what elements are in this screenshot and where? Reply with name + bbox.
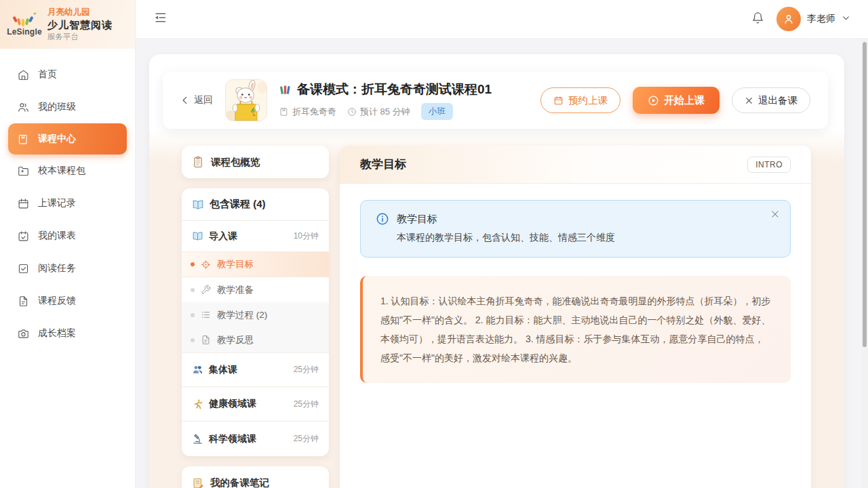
- check-square-icon: [18, 263, 29, 274]
- sidebar-collapse-button[interactable]: [153, 11, 167, 27]
- included-courses-header: 包含课程 (4): [182, 188, 329, 221]
- topbar-right: 李老师: [751, 7, 850, 31]
- user-name: 李老师: [807, 13, 835, 25]
- calendar-icon: [553, 96, 564, 106]
- section-label: 教学过程 (2): [217, 309, 267, 321]
- section-detail-panel: 教学目标 INTRO 教学目标 本课程的教学目标，包含认知、技能、情感三个维度: [340, 146, 811, 488]
- sidebar-item-my-schedule[interactable]: 我的课表: [0, 220, 135, 252]
- main-container: 返回: [149, 54, 844, 488]
- lesson-name: 健康领域课: [209, 398, 256, 410]
- info-alert: 教学目标 本课程的教学目标，包含认知、技能、情感三个维度: [360, 200, 791, 258]
- chevron-left-icon: [180, 96, 190, 105]
- sidebar-item-reading-tasks[interactable]: 阅读任务: [0, 252, 135, 285]
- class-size-badge: 小班: [421, 103, 453, 120]
- duration-meta: 预计 85 分钟: [347, 106, 410, 118]
- group-people-icon: [192, 364, 203, 375]
- calendar-check-icon: [18, 230, 29, 242]
- sidebar-item-course-feedback[interactable]: 课程反馈: [0, 285, 135, 317]
- info-icon: [376, 212, 389, 226]
- open-book-icon: [192, 230, 203, 242]
- document-icon: [279, 107, 289, 117]
- reserve-class-button[interactable]: 预约上课: [540, 87, 620, 113]
- section-teaching-reflection[interactable]: 教学反思: [182, 327, 329, 352]
- clipboard-icon: [192, 156, 204, 168]
- lesson-row-group[interactable]: 集体课 25分钟: [182, 352, 329, 387]
- lesson-duration: 25分钟: [294, 364, 319, 375]
- sidebar-item-label: 阅读任务: [38, 262, 76, 274]
- runner-icon: [192, 399, 203, 410]
- user-icon: [783, 13, 795, 25]
- sidebar-item-home[interactable]: 首页: [0, 58, 135, 91]
- chevron-down-icon: [842, 13, 850, 25]
- section-teaching-goals[interactable]: 教学目标: [182, 252, 329, 277]
- user-menu[interactable]: 李老师: [776, 7, 850, 31]
- reserve-label: 预约上课: [568, 94, 608, 107]
- course-meta: 折耳兔奇奇 预计 85 分钟 小班: [279, 103, 492, 120]
- sidebar-item-school-packages[interactable]: 校本课程包: [0, 155, 135, 187]
- intro-badge: INTRO: [747, 157, 791, 173]
- camera-icon: [18, 328, 29, 340]
- start-class-button[interactable]: 开始上课: [633, 87, 719, 114]
- sidebar-item-my-classes[interactable]: 我的班级: [0, 91, 135, 123]
- file-icon: [201, 335, 211, 345]
- alert-title: 教学目标: [397, 213, 437, 226]
- window-scrollbar[interactable]: [861, 39, 868, 488]
- bell-icon: [751, 12, 764, 24]
- start-label: 开始上课: [664, 94, 705, 107]
- menu-fold-icon: [153, 11, 167, 24]
- sidebar-item-label: 课程中心: [38, 133, 76, 145]
- course-title-text: 备课模式：折耳兔奇奇测试课程01: [297, 81, 492, 98]
- included-courses-card: 包含课程 (4) 导入课 10分钟 教学目标: [182, 188, 329, 456]
- play-circle-icon: [648, 95, 659, 106]
- exit-label: 退出备课: [758, 94, 797, 107]
- section-teaching-process[interactable]: 教学过程 (2): [182, 302, 329, 327]
- sidebar-item-growth-archive[interactable]: 成长档案: [0, 317, 135, 350]
- close-icon: [745, 96, 753, 105]
- school-name: 月亮幼儿园: [47, 7, 113, 18]
- lesson-duration: 25分钟: [294, 399, 319, 410]
- lesson-row-health[interactable]: 健康领域课 25分钟: [182, 387, 329, 422]
- sidebar-item-label: 上课记录: [38, 197, 76, 209]
- books-icon: [279, 83, 292, 96]
- alert-close-button[interactable]: [770, 209, 780, 222]
- section-teaching-prep[interactable]: 教学准备: [182, 277, 329, 302]
- course-header-card: 返回: [163, 72, 828, 129]
- folder-plus-icon: [18, 165, 29, 177]
- back-button[interactable]: 返回: [180, 94, 213, 106]
- rabbit-illustration: [226, 80, 267, 121]
- section-label: 教学准备: [217, 284, 254, 296]
- microscope-icon: [192, 433, 203, 445]
- package-overview-card[interactable]: 课程包概览: [182, 146, 329, 178]
- scrollbar-thumb[interactable]: [863, 42, 867, 347]
- sidebar-item-class-records[interactable]: 上课记录: [0, 187, 135, 220]
- left-column: 课程包概览 包含课程 (4) 导入课 10分钟: [182, 146, 329, 488]
- alert-head: 教学目标: [376, 212, 775, 226]
- section-label: 教学反思: [217, 334, 254, 346]
- brand-text: 月亮幼儿园 少儿智慧阅读 服务平台: [47, 7, 113, 43]
- lesson-row-intro[interactable]: 导入课 10分钟: [182, 221, 329, 252]
- clock-icon: [347, 107, 357, 117]
- users-icon: [18, 102, 29, 113]
- sidebar-item-label: 首页: [38, 68, 57, 81]
- sidebar-item-label: 课程反馈: [38, 295, 76, 307]
- lesson-row-science[interactable]: 科学领域课 25分钟: [182, 422, 329, 456]
- wrench-icon: [201, 285, 211, 295]
- bullet-dot: [191, 338, 195, 342]
- content-area: 课程包概览 包含课程 (4) 导入课 10分钟: [163, 146, 828, 488]
- bullet-dot: [191, 313, 195, 317]
- prep-notes-card[interactable]: 我的备课笔记: [182, 466, 329, 488]
- panel-body: 教学目标 本课程的教学目标，包含认知、技能、情感三个维度 1. 认知目标：认识绘…: [340, 184, 811, 399]
- bullet-dot: [191, 262, 195, 266]
- notebook-icon: [18, 134, 29, 145]
- sidebar-item-label: 成长档案: [38, 327, 76, 340]
- product-name: 少儿智慧阅读: [47, 18, 113, 32]
- course-info: 备课模式：折耳兔奇奇测试课程01 折耳兔奇奇 预计 85 分钟 小班: [279, 81, 492, 120]
- notification-bell-button[interactable]: [751, 12, 764, 27]
- lesingle-logo: LeSingle: [8, 12, 41, 37]
- logo-text: LeSingle: [7, 27, 42, 37]
- section-label: 教学目标: [217, 258, 254, 270]
- exit-prep-button[interactable]: 退出备课: [732, 87, 810, 113]
- sidebar-item-course-center[interactable]: 课程中心: [8, 123, 127, 155]
- sidebar-menu: 首页 我的班级 课程中心 校本课程包 上课记录 我的课表 阅读任务 课程反馈: [0, 49, 135, 350]
- panel-header: 教学目标 INTRO: [340, 146, 811, 184]
